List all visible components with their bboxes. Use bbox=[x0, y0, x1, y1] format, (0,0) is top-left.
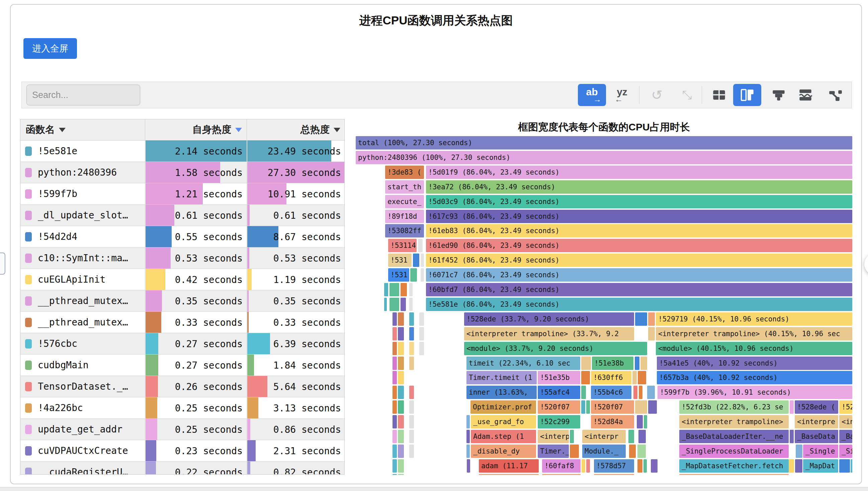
flame-cell-fragment[interactable] bbox=[790, 430, 794, 443]
flame-cell-fragment[interactable] bbox=[850, 459, 852, 472]
flame-cell-fragment[interactable] bbox=[409, 283, 413, 296]
table-row[interactable]: cudbgMain0.27 seconds1.84 seconds bbox=[21, 354, 344, 376]
table-row[interactable]: _dl_update_slot…0.61 seconds0.61 seconds bbox=[21, 205, 344, 226]
left-edge-handle[interactable] bbox=[0, 253, 5, 275]
flame-cell[interactable]: !3ea72 (86.04%, 23.49 seconds) bbox=[426, 180, 852, 194]
flame-cell[interactable]: Timer.timeit (1 bbox=[467, 371, 537, 384]
flame-cell-fragment[interactable] bbox=[409, 298, 413, 311]
flame-cell-fragment[interactable] bbox=[648, 400, 657, 414]
flame-cell[interactable]: !520f07 bbox=[538, 400, 580, 414]
flame-cell-fragment[interactable] bbox=[410, 268, 417, 282]
flame-cell[interactable]: !520f07 bbox=[591, 400, 634, 414]
flame-cell[interactable]: !531 bbox=[388, 254, 412, 267]
flame-cell-fragment[interactable] bbox=[586, 459, 590, 472]
flame-cell[interactable]: Timer.__ bbox=[538, 444, 569, 458]
flame-cell[interactable]: Optimizer.prof bbox=[471, 400, 536, 414]
flame-cell-fragment[interactable] bbox=[643, 459, 647, 472]
flame-cell-fragment[interactable] bbox=[789, 459, 794, 472]
flame-cell-fragment[interactable] bbox=[582, 459, 585, 472]
flame-cell-fragment[interactable] bbox=[635, 356, 640, 370]
flame-cell[interactable]: !61f452 (86.04%, 23.49 seconds) bbox=[426, 254, 852, 267]
flame-cell[interactable]: !60bfd7 (86.04%, 23.49 seconds) bbox=[426, 283, 852, 296]
flame-cell-fragment[interactable] bbox=[398, 312, 404, 326]
flame-cell-fragment[interactable] bbox=[581, 400, 585, 414]
flame-cell[interactable]: _BaseData bbox=[795, 430, 838, 443]
flame-cell-fragment[interactable] bbox=[638, 444, 646, 458]
flame-cell-fragment[interactable] bbox=[637, 415, 643, 429]
flame-cell[interactable]: !89f18d bbox=[385, 210, 424, 223]
timeline-view-button[interactable] bbox=[793, 84, 817, 106]
flame-cell-fragment[interactable] bbox=[647, 386, 655, 399]
flame-cell[interactable]: _use_grad_fo bbox=[471, 415, 536, 429]
right-edge-scroll-button[interactable] bbox=[864, 254, 868, 275]
flame-cell-fragment[interactable] bbox=[398, 459, 404, 472]
table-row[interactable]: !576cbc0.27 seconds6.39 seconds bbox=[21, 333, 344, 354]
table-row[interactable]: __pthread_mutex…0.33 seconds0.33 seconds bbox=[21, 312, 344, 333]
flame-cell-fragment[interactable] bbox=[409, 415, 414, 429]
flame-cell[interactable]: total (100%, 27.30 seconds) bbox=[356, 136, 852, 149]
flame-cell[interactable]: _BaseDataLoaderIter.__ne bbox=[679, 430, 789, 443]
flame-cell[interactable]: !51e38b bbox=[592, 356, 634, 370]
flame-cell-fragment[interactable] bbox=[581, 371, 590, 384]
flame-cell-fragment[interactable] bbox=[390, 283, 399, 296]
flame-cell[interactable]: _Si bbox=[839, 444, 852, 458]
flame-cell-fragment[interactable] bbox=[409, 386, 414, 399]
flame-cell-fragment[interactable] bbox=[390, 298, 399, 311]
flame-cell-fragment[interactable] bbox=[384, 298, 387, 311]
flame-cell-fragment[interactable] bbox=[790, 400, 794, 414]
flame-cell-fragment[interactable] bbox=[594, 474, 634, 475]
flame-cell-fragment[interactable] bbox=[581, 356, 591, 370]
flame-cell[interactable]: !52c299 bbox=[538, 415, 580, 429]
callgraph-view-button[interactable] bbox=[823, 84, 847, 106]
flame-cell[interactable]: _disable_dy bbox=[471, 444, 536, 458]
table-row[interactable]: !4a226bc0.25 seconds3.13 seconds bbox=[21, 397, 344, 419]
flame-cell-fragment[interactable] bbox=[393, 312, 397, 326]
flame-cell[interactable]: !617c93 (86.04%, 23.49 seconds) bbox=[426, 210, 852, 223]
flame-cell-fragment[interactable] bbox=[393, 474, 397, 475]
flame-cell-fragment[interactable] bbox=[641, 356, 647, 370]
flame-cell-fragment[interactable] bbox=[635, 312, 647, 326]
flame-cell-fragment[interactable] bbox=[393, 342, 397, 355]
flame-cell[interactable]: !61eb83 (86.04%, 23.49 seconds) bbox=[426, 224, 852, 237]
table-row[interactable]: c10::SymInt::ma…0.53 seconds0.53 seconds bbox=[21, 248, 344, 269]
flame-cell[interactable]: !578d57 bbox=[594, 459, 634, 472]
flame-cell[interactable]: !51e35b bbox=[538, 371, 580, 384]
flame-cell[interactable]: <interpr bbox=[582, 430, 626, 443]
undo-button[interactable]: ↺ bbox=[645, 84, 669, 106]
flame-cell-fragment[interactable] bbox=[467, 415, 470, 429]
flame-cell-fragment[interactable] bbox=[413, 254, 419, 267]
flame-cell-fragment[interactable] bbox=[467, 430, 470, 443]
flame-cell-fragment[interactable] bbox=[409, 356, 414, 370]
flame-cell-fragment[interactable] bbox=[421, 254, 424, 267]
flame-cell-fragment[interactable] bbox=[409, 312, 414, 326]
flame-cell-fragment[interactable] bbox=[393, 327, 397, 341]
column-header-total-heat[interactable]: 总热度 bbox=[247, 119, 345, 140]
flame-cell-fragment[interactable] bbox=[795, 459, 803, 472]
sandwich-view-button[interactable] bbox=[733, 84, 761, 106]
flame-cell-fragment[interactable] bbox=[393, 356, 397, 370]
flame-cell-fragment[interactable] bbox=[409, 444, 414, 458]
flame-cell[interactable]: !3de83 ( bbox=[385, 166, 424, 179]
flame-cell-fragment[interactable] bbox=[581, 386, 586, 399]
flame-cell-fragment[interactable] bbox=[421, 268, 424, 282]
flame-cell-fragment[interactable] bbox=[398, 430, 404, 443]
flame-cell[interactable]: !52 bbox=[839, 400, 852, 414]
search-backward-button[interactable]: yz ← bbox=[610, 84, 634, 106]
flame-cell-fragment[interactable] bbox=[570, 430, 574, 443]
flame-cell[interactable]: !5a41e5 (40%, 10.92 seconds) bbox=[657, 356, 852, 370]
flame-cell[interactable]: !55b4c6 bbox=[591, 386, 632, 399]
flame-cell-fragment[interactable] bbox=[628, 430, 634, 443]
flame-cell-fragment[interactable] bbox=[467, 444, 470, 458]
flame-cell[interactable]: !60faf8 bbox=[542, 459, 581, 472]
table-row[interactable]: python:24803961.58 seconds27.30 seconds bbox=[21, 162, 344, 183]
flame-cell-fragment[interactable] bbox=[384, 283, 388, 296]
flame-cell-fragment[interactable] bbox=[639, 430, 646, 443]
flame-cell[interactable]: execute_ bbox=[385, 195, 424, 208]
flame-cell[interactable]: !6071c7 (86.04%, 23.49 seconds) bbox=[426, 268, 852, 282]
flame-cell-fragment[interactable] bbox=[796, 444, 803, 458]
flame-cell-fragment[interactable] bbox=[398, 342, 404, 355]
flame-cell[interactable]: <module> (40.15%, 10.96 seconds) bbox=[656, 342, 852, 355]
flame-cell-fragment[interactable] bbox=[398, 444, 404, 458]
flame-cell-fragment[interactable] bbox=[419, 312, 424, 326]
table-view-button[interactable] bbox=[707, 84, 731, 106]
